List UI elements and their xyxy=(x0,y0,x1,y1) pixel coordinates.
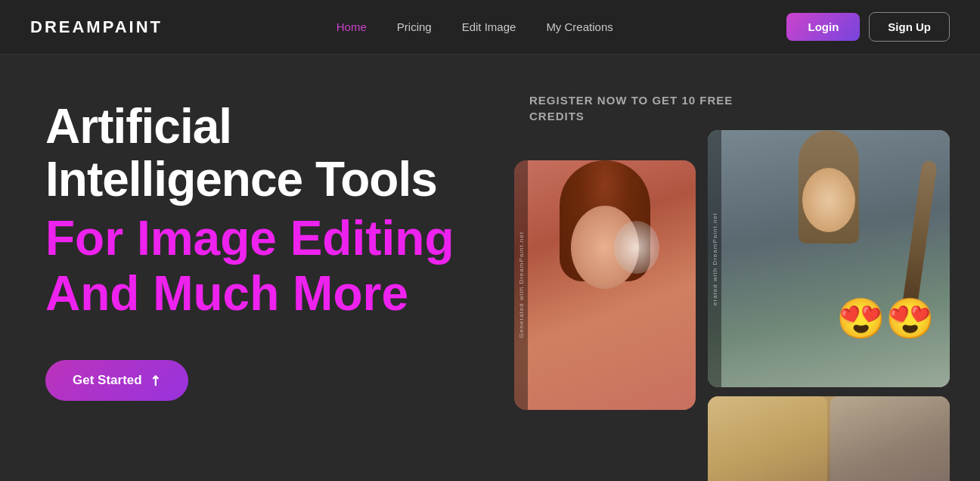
main-watermark: Generated with DreamPaint.net xyxy=(514,160,528,410)
navbar: DREAMPAINT Home Pricing Edit Image My Cr… xyxy=(0,0,980,54)
nav-actions: Login Sign Up xyxy=(786,12,950,42)
nav-link-my-creations[interactable]: My Creations xyxy=(546,20,612,33)
hero-title-white: Artificial Intelligence Tools xyxy=(45,100,484,206)
hero-section: Artificial Intelligence Tools For Image … xyxy=(0,54,980,481)
cream-overlay xyxy=(614,221,659,274)
emoji-overlay: 😍😍 xyxy=(836,296,935,342)
bottom-right-images xyxy=(708,396,950,481)
bottom-image-left xyxy=(708,396,827,481)
tattoo-person-shape: 😍😍 erated with DreamPaint.net xyxy=(708,130,950,387)
main-image: Generated with DreamPaint.net xyxy=(514,160,696,410)
bottom-image-right xyxy=(830,396,950,481)
hero-right: REGISTER NOW TO GET 10 FREE CREDITS Gene… xyxy=(484,92,935,481)
images-area: Generated with DreamPaint.net 😍😍 xyxy=(514,130,950,481)
face-illustration: Generated with DreamPaint.net xyxy=(514,160,696,410)
top-right-image: 😍😍 erated with DreamPaint.net xyxy=(708,130,950,387)
register-promo: REGISTER NOW TO GET 10 FREE CREDITS xyxy=(529,92,771,124)
nav-link-home[interactable]: Home xyxy=(336,20,367,33)
signup-button[interactable]: Sign Up xyxy=(869,12,950,42)
nav-link-edit-image[interactable]: Edit Image xyxy=(462,20,516,33)
logo: DREAMPAINT xyxy=(30,17,163,37)
nav-link-pricing[interactable]: Pricing xyxy=(397,20,432,33)
arrow-icon: ↗ xyxy=(145,371,165,390)
hero-left: Artificial Intelligence Tools For Image … xyxy=(45,92,484,481)
tattoo-face-shape xyxy=(802,168,855,232)
tattoo-braid-shape xyxy=(901,160,938,312)
hero-title-pink: For Image Editing And Much More xyxy=(45,211,484,322)
right-watermark: erated with DreamPaint.net xyxy=(708,130,721,387)
right-image-column: 😍😍 erated with DreamPaint.net xyxy=(708,130,950,481)
get-started-button[interactable]: Get Started ↗ xyxy=(45,360,188,401)
login-button[interactable]: Login xyxy=(786,13,860,41)
nav-links: Home Pricing Edit Image My Creations xyxy=(336,20,613,33)
